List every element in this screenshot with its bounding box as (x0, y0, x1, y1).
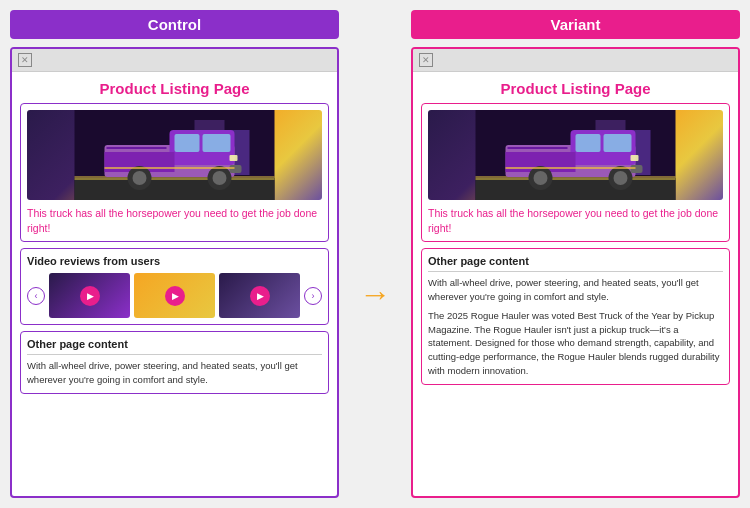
svg-rect-32 (631, 155, 639, 161)
prev-arrow[interactable]: ‹ (27, 287, 45, 305)
control-column: Control ✕ Product Listing Page (10, 10, 339, 498)
variant-other-title: Other page content (428, 255, 723, 272)
control-product-card: This truck has all the horsepower you ne… (20, 103, 329, 242)
control-other-text: With all-wheel drive, power steering, an… (27, 359, 322, 387)
next-arrow[interactable]: › (304, 287, 322, 305)
control-browser-content: Product Listing Page (12, 72, 337, 496)
variant-browser-frame: ✕ Product Listing Page (411, 47, 740, 498)
play-btn-1[interactable]: ▶ (80, 286, 100, 306)
play-btn-2[interactable]: ▶ (165, 286, 185, 306)
control-browser-topbar: ✕ (12, 49, 337, 72)
control-other-title: Other page content (27, 338, 322, 355)
control-video-title: Video reviews from users (27, 255, 322, 267)
variant-browser-content: Product Listing Page (413, 72, 738, 496)
video-thumb-3[interactable]: ▶ (219, 273, 300, 318)
variant-header: Variant (411, 10, 740, 39)
variant-page-title: Product Listing Page (421, 80, 730, 97)
svg-point-13 (213, 171, 227, 185)
variant-truck-image (428, 110, 723, 200)
svg-rect-16 (107, 147, 167, 149)
right-arrow-icon: → (359, 276, 391, 313)
variant-text-para-1: With all-wheel drive, power steering, an… (428, 276, 723, 304)
variant-product-description: This truck has all the horsepower you ne… (428, 206, 723, 235)
control-truck-image (27, 110, 322, 200)
variant-other-content: Other page content With all-wheel drive,… (421, 248, 730, 384)
svg-rect-14 (230, 155, 238, 161)
svg-rect-19 (476, 178, 676, 200)
svg-point-11 (133, 171, 147, 185)
control-browser-frame: ✕ Product Listing Page (10, 47, 339, 498)
variant-text-para-2: The 2025 Rogue Hauler was voted Best Tru… (428, 309, 723, 378)
svg-rect-34 (508, 147, 568, 149)
variant-browser-topbar: ✕ (413, 49, 738, 72)
control-other-content: Other page content With all-wheel drive,… (20, 331, 329, 394)
svg-rect-26 (576, 134, 601, 152)
play-btn-3[interactable]: ▶ (250, 286, 270, 306)
svg-rect-27 (604, 134, 632, 152)
variant-product-card: This truck has all the horsepower you ne… (421, 103, 730, 242)
svg-point-31 (614, 171, 628, 185)
control-video-thumbnails: ‹ ▶ ▶ ▶ › (27, 273, 322, 318)
control-product-description: This truck has all the horsepower you ne… (27, 206, 322, 235)
variant-close-icon[interactable]: ✕ (419, 53, 433, 67)
control-header: Control (10, 10, 339, 39)
video-thumb-1[interactable]: ▶ (49, 273, 130, 318)
control-video-section: Video reviews from users ‹ ▶ ▶ ▶ › (20, 248, 329, 325)
control-page-title: Product Listing Page (20, 80, 329, 97)
close-icon[interactable]: ✕ (18, 53, 32, 67)
svg-rect-35 (506, 167, 636, 169)
variant-column: Variant ✕ Product Listing Page (411, 10, 740, 498)
svg-rect-1 (75, 178, 275, 200)
video-thumb-2[interactable]: ▶ (134, 273, 215, 318)
svg-rect-8 (175, 134, 200, 152)
svg-rect-17 (105, 167, 235, 169)
variant-other-text: With all-wheel drive, power steering, an… (428, 276, 723, 377)
arrow-container: → (359, 10, 391, 498)
svg-rect-9 (203, 134, 231, 152)
svg-point-29 (534, 171, 548, 185)
